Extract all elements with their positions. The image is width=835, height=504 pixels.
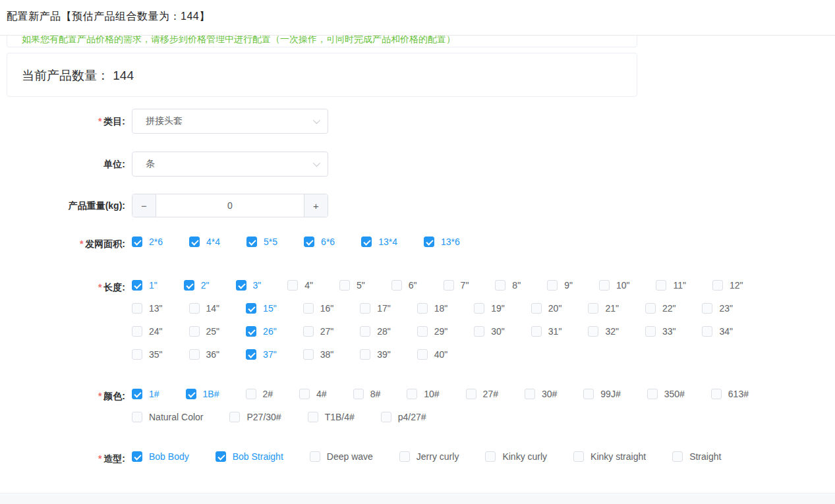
checkbox-item[interactable]: 32" (588, 326, 619, 337)
checkbox-item[interactable]: 33" (645, 326, 676, 337)
checkbox-unchecked-icon[interactable] (303, 303, 314, 314)
checkbox-item[interactable]: 2# (246, 389, 274, 399)
checkbox-unchecked-icon[interactable] (466, 389, 476, 399)
checkbox-unchecked-icon[interactable] (381, 412, 391, 422)
checkbox-item[interactable]: 4" (287, 280, 313, 291)
checkbox-item[interactable]: 14" (189, 303, 220, 314)
checkbox-item[interactable]: 27# (466, 389, 498, 399)
checkbox-item[interactable]: 6*6 (304, 237, 335, 247)
checkbox-item[interactable]: 20" (531, 303, 562, 314)
checkbox-item[interactable]: 24" (132, 326, 163, 337)
checkbox-checked-icon[interactable] (236, 280, 246, 291)
checkbox-item[interactable]: Deep wave (310, 451, 373, 462)
checkbox-item[interactable]: 28" (360, 326, 391, 337)
checkbox-unchecked-icon[interactable] (531, 303, 542, 314)
checkbox-unchecked-icon[interactable] (547, 280, 558, 291)
checkbox-item[interactable]: 350# (647, 389, 685, 399)
checkbox-unchecked-icon[interactable] (573, 451, 584, 462)
checkbox-unchecked-icon[interactable] (132, 303, 142, 314)
checkbox-item[interactable]: 3" (236, 280, 262, 291)
checkbox-unchecked-icon[interactable] (189, 349, 200, 360)
checkbox-unchecked-icon[interactable] (407, 389, 417, 399)
checkbox-unchecked-icon[interactable] (588, 303, 598, 314)
checkbox-item[interactable]: 7" (444, 280, 469, 291)
checkbox-checked-icon[interactable] (186, 389, 196, 399)
checkbox-item[interactable]: 30" (474, 326, 505, 337)
checkbox-checked-icon[interactable] (132, 451, 142, 462)
checkbox-checked-icon[interactable] (184, 280, 194, 291)
checkbox-checked-icon[interactable] (424, 237, 434, 247)
checkbox-item[interactable]: 2" (184, 280, 210, 291)
checkbox-item[interactable]: 8" (495, 280, 521, 291)
checkbox-item[interactable]: 2*6 (132, 237, 163, 247)
checkbox-item[interactable]: 613# (711, 389, 749, 399)
checkbox-item[interactable]: 25" (189, 326, 220, 337)
checkbox-unchecked-icon[interactable] (583, 389, 594, 399)
checkbox-item[interactable]: 4# (299, 389, 327, 399)
checkbox-item[interactable]: 17" (360, 303, 391, 314)
checkbox-unchecked-icon[interactable] (417, 349, 428, 360)
checkbox-item[interactable]: Straight (672, 451, 721, 462)
checkbox-item[interactable]: 26" (246, 326, 277, 337)
checkbox-unchecked-icon[interactable] (702, 303, 712, 314)
checkbox-unchecked-icon[interactable] (303, 349, 314, 360)
checkbox-unchecked-icon[interactable] (711, 389, 722, 399)
checkbox-item[interactable]: Kinky curly (485, 451, 547, 462)
checkbox-item[interactable]: 18" (417, 303, 448, 314)
checkbox-checked-icon[interactable] (132, 237, 142, 247)
checkbox-checked-icon[interactable] (246, 326, 256, 337)
checkbox-unchecked-icon[interactable] (485, 451, 496, 462)
checkbox-unchecked-icon[interactable] (495, 280, 505, 291)
checkbox-unchecked-icon[interactable] (444, 280, 454, 291)
checkbox-unchecked-icon[interactable] (656, 280, 666, 291)
checkbox-unchecked-icon[interactable] (712, 280, 723, 291)
checkbox-unchecked-icon[interactable] (599, 280, 610, 291)
checkbox-item[interactable]: 13" (132, 303, 163, 314)
weight-input[interactable]: 0 (156, 194, 304, 217)
checkbox-unchecked-icon[interactable] (353, 389, 364, 399)
checkbox-item[interactable]: 9" (547, 280, 573, 291)
checkbox-unchecked-icon[interactable] (132, 412, 142, 422)
checkbox-item[interactable]: 1B# (186, 389, 219, 399)
checkbox-unchecked-icon[interactable] (287, 280, 298, 291)
checkbox-unchecked-icon[interactable] (399, 451, 410, 462)
unit-select[interactable]: 条 (132, 152, 328, 177)
checkbox-item[interactable]: 99J# (583, 389, 620, 399)
checkbox-item[interactable]: 34" (702, 326, 733, 337)
checkbox-unchecked-icon[interactable] (647, 389, 658, 399)
checkbox-item[interactable]: 38" (303, 349, 334, 360)
checkbox-unchecked-icon[interactable] (229, 412, 240, 422)
checkbox-item[interactable]: 21" (588, 303, 619, 314)
checkbox-item[interactable]: 31" (531, 326, 562, 337)
checkbox-unchecked-icon[interactable] (417, 326, 428, 337)
checkbox-item[interactable]: Natural Color (132, 412, 203, 422)
checkbox-checked-icon[interactable] (216, 451, 226, 462)
checkbox-item[interactable]: 13*6 (424, 237, 460, 247)
checkbox-item[interactable]: 35" (132, 349, 163, 360)
checkbox-item[interactable]: 4*4 (189, 237, 220, 247)
checkbox-unchecked-icon[interactable] (391, 280, 402, 291)
checkbox-unchecked-icon[interactable] (531, 326, 542, 337)
checkbox-item[interactable]: 30# (525, 389, 557, 399)
checkbox-unchecked-icon[interactable] (132, 326, 142, 337)
checkbox-item[interactable]: 5" (339, 280, 365, 291)
checkbox-item[interactable]: 11" (656, 280, 686, 291)
checkbox-item[interactable]: Bob Straight (216, 451, 283, 462)
checkbox-unchecked-icon[interactable] (299, 389, 310, 399)
decrement-button[interactable]: − (132, 194, 156, 217)
increment-button[interactable]: + (304, 194, 328, 217)
checkbox-item[interactable]: 40" (417, 349, 448, 360)
checkbox-unchecked-icon[interactable] (672, 451, 683, 462)
checkbox-unchecked-icon[interactable] (360, 349, 370, 360)
checkbox-item[interactable]: 16" (303, 303, 334, 314)
checkbox-item[interactable]: P27/30# (229, 412, 281, 422)
checkbox-unchecked-icon[interactable] (417, 303, 428, 314)
checkbox-item[interactable]: 12" (712, 280, 743, 291)
checkbox-unchecked-icon[interactable] (474, 326, 484, 337)
checkbox-item[interactable]: 37" (246, 349, 277, 360)
checkbox-unchecked-icon[interactable] (645, 326, 656, 337)
checkbox-item[interactable]: 10# (407, 389, 439, 399)
checkbox-item[interactable]: 23" (702, 303, 733, 314)
checkbox-item[interactable]: Kinky straight (573, 451, 646, 462)
checkbox-unchecked-icon[interactable] (588, 326, 598, 337)
